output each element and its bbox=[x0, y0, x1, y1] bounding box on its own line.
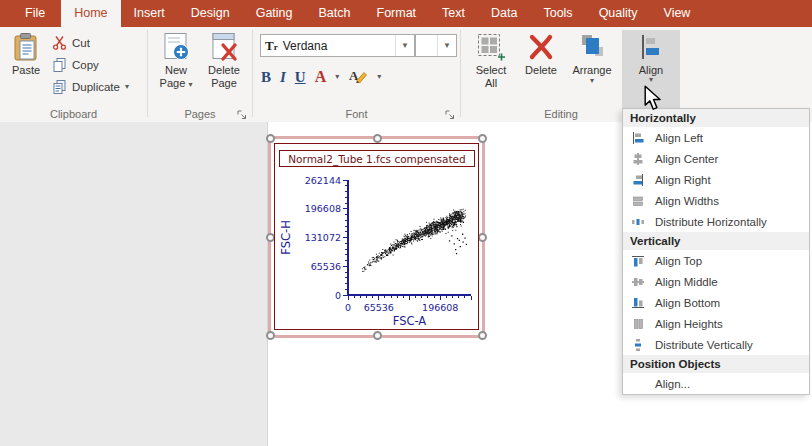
delete-button[interactable]: Delete bbox=[519, 30, 563, 100]
highlight-color-button[interactable]: A bbox=[348, 67, 368, 87]
font-size-combobox[interactable]: ▼ bbox=[415, 34, 457, 57]
resize-handle-bottom-right[interactable] bbox=[478, 331, 487, 340]
resize-handle-middle-right[interactable] bbox=[478, 233, 487, 242]
svg-text:0: 0 bbox=[335, 290, 341, 301]
resize-handle-top-center[interactable] bbox=[373, 134, 382, 143]
bold-button[interactable]: B bbox=[261, 69, 271, 86]
font-name-value: Verdana bbox=[283, 39, 328, 53]
plot-title: Normal2_Tube 1.fcs compensated bbox=[279, 150, 475, 167]
tab-view[interactable]: View bbox=[651, 0, 704, 27]
menu-item-label: Align Top bbox=[655, 255, 702, 267]
highlight-dropdown-arrow[interactable]: ▾ bbox=[377, 73, 381, 81]
tab-batch[interactable]: Batch bbox=[306, 0, 364, 27]
menu-item-align-center[interactable]: Align Center bbox=[623, 148, 809, 169]
arrange-dropdown-arrow[interactable]: ▾ bbox=[590, 77, 594, 85]
resize-handle-bottom-left[interactable] bbox=[266, 331, 275, 340]
select-all-label-line1: Select bbox=[476, 64, 507, 77]
new-page-label-line1: New bbox=[165, 64, 187, 77]
tab-home[interactable]: Home bbox=[61, 0, 120, 27]
copy-label: Copy bbox=[72, 59, 99, 71]
menu-header-position-objects: Position Objects bbox=[623, 355, 809, 373]
menu-item-align-top[interactable]: Align Top bbox=[623, 250, 809, 271]
group-label-clipboard: Clipboard bbox=[0, 108, 147, 120]
menu-header-horizontally: Horizontally bbox=[623, 109, 809, 127]
menu-item-distribute-horizontally[interactable]: Distribute Horizontally bbox=[623, 211, 809, 232]
distribute-horizontally-icon bbox=[631, 215, 645, 229]
cut-icon bbox=[52, 35, 67, 52]
font-face-icon: Tr bbox=[261, 38, 283, 54]
menu-item-label: Align Heights bbox=[655, 318, 723, 330]
scatter-plot-chart: 065536196608065536131072196608262144FSC-… bbox=[277, 172, 478, 328]
menu-item-align-middle[interactable]: Align Middle bbox=[623, 271, 809, 292]
align-center-icon bbox=[631, 152, 645, 166]
menu-item-label: Distribute Horizontally bbox=[655, 216, 767, 228]
font-name-combobox[interactable]: Tr Verdana ▼ bbox=[260, 34, 415, 57]
align-widths-icon bbox=[631, 194, 645, 208]
new-page-button[interactable]: New Page ▾ bbox=[154, 30, 198, 100]
paste-label: Paste bbox=[12, 64, 40, 77]
arrange-button[interactable]: Arrange ▾ bbox=[566, 30, 618, 100]
menu-item-align-widths[interactable]: Align Widths bbox=[623, 190, 809, 211]
align-right-icon bbox=[631, 173, 645, 187]
delete-icon bbox=[526, 30, 556, 64]
copy-icon bbox=[52, 57, 67, 74]
tab-quality[interactable]: Quality bbox=[586, 0, 651, 27]
menu-item-align-bottom[interactable]: Align Bottom bbox=[623, 292, 809, 313]
italic-button[interactable]: I bbox=[280, 69, 286, 86]
tab-text[interactable]: Text bbox=[429, 0, 478, 27]
delete-page-icon bbox=[209, 30, 239, 64]
tab-file[interactable]: File bbox=[9, 0, 61, 27]
resize-handle-top-left[interactable] bbox=[266, 134, 275, 143]
resize-handle-top-right[interactable] bbox=[478, 134, 487, 143]
svg-text:65536: 65536 bbox=[364, 302, 394, 313]
scatter-plot-object[interactable]: Normal2_Tube 1.fcs compensated 065536196… bbox=[274, 143, 479, 330]
tab-insert[interactable]: Insert bbox=[121, 0, 178, 27]
delete-page-label-line2: Page bbox=[211, 77, 237, 90]
align-bottom-icon bbox=[631, 296, 645, 310]
tab-format[interactable]: Format bbox=[364, 0, 430, 27]
arrange-icon bbox=[577, 30, 607, 64]
menu-item-label: Distribute Vertically bbox=[655, 339, 753, 351]
tab-design[interactable]: Design bbox=[178, 0, 243, 27]
svg-text:65536: 65536 bbox=[311, 261, 341, 272]
align-heights-icon bbox=[631, 317, 645, 331]
svg-text:FSC-A: FSC-A bbox=[393, 314, 427, 328]
menu-item-align-heights[interactable]: Align Heights bbox=[623, 313, 809, 334]
tab-tools[interactable]: Tools bbox=[530, 0, 585, 27]
font-color-button[interactable]: A bbox=[315, 68, 327, 86]
tab-data[interactable]: Data bbox=[478, 0, 530, 27]
paste-button[interactable]: Paste bbox=[5, 30, 47, 100]
cut-label: Cut bbox=[72, 37, 90, 49]
delete-page-button[interactable]: Delete Page bbox=[202, 30, 246, 100]
group-font: Tr Verdana ▼ ▼ B I U A ▾ A bbox=[253, 27, 460, 122]
group-clipboard: Paste Cut Copy bbox=[0, 27, 147, 122]
cut-button[interactable]: Cut bbox=[52, 33, 90, 53]
menu-item-align-dialog[interactable]: Align... bbox=[623, 373, 809, 394]
svg-text:262144: 262144 bbox=[305, 175, 341, 186]
menu-item-icon-spacer bbox=[631, 377, 645, 391]
menu-item-label: Align Middle bbox=[655, 276, 718, 288]
duplicate-dropdown-arrow[interactable]: ▾ bbox=[125, 83, 129, 91]
svg-text:0: 0 bbox=[345, 302, 351, 313]
select-all-button[interactable]: Select All bbox=[467, 30, 515, 100]
new-page-dropdown-arrow: ▾ bbox=[188, 80, 192, 89]
tab-gating[interactable]: Gating bbox=[243, 0, 306, 27]
menu-item-label: Align Right bbox=[655, 174, 711, 186]
menu-header-vertically: Vertically bbox=[623, 232, 809, 250]
copy-button[interactable]: Copy bbox=[52, 55, 99, 75]
font-color-dropdown-arrow[interactable]: ▾ bbox=[335, 73, 339, 81]
font-name-dropdown-arrow[interactable]: ▼ bbox=[395, 35, 414, 56]
align-dropdown-arrow[interactable]: ▾ bbox=[649, 76, 653, 84]
menu-item-distribute-vertically[interactable]: Distribute Vertically bbox=[623, 334, 809, 355]
select-all-icon bbox=[476, 30, 506, 64]
duplicate-button[interactable]: Duplicate ▾ bbox=[52, 77, 129, 97]
delete-label: Delete bbox=[525, 64, 557, 77]
underline-button[interactable]: U bbox=[295, 69, 306, 86]
ribbon-tab-bar: File Home Insert Design Gating Batch For… bbox=[0, 0, 812, 27]
font-size-dropdown-arrow[interactable]: ▼ bbox=[437, 35, 456, 56]
menu-item-align-left[interactable]: Align Left bbox=[623, 127, 809, 148]
delete-page-label-line1: Delete bbox=[208, 64, 240, 77]
menu-item-align-right[interactable]: Align Right bbox=[623, 169, 809, 190]
menu-item-label: Align Bottom bbox=[655, 297, 720, 309]
resize-handle-bottom-center[interactable] bbox=[373, 331, 382, 340]
